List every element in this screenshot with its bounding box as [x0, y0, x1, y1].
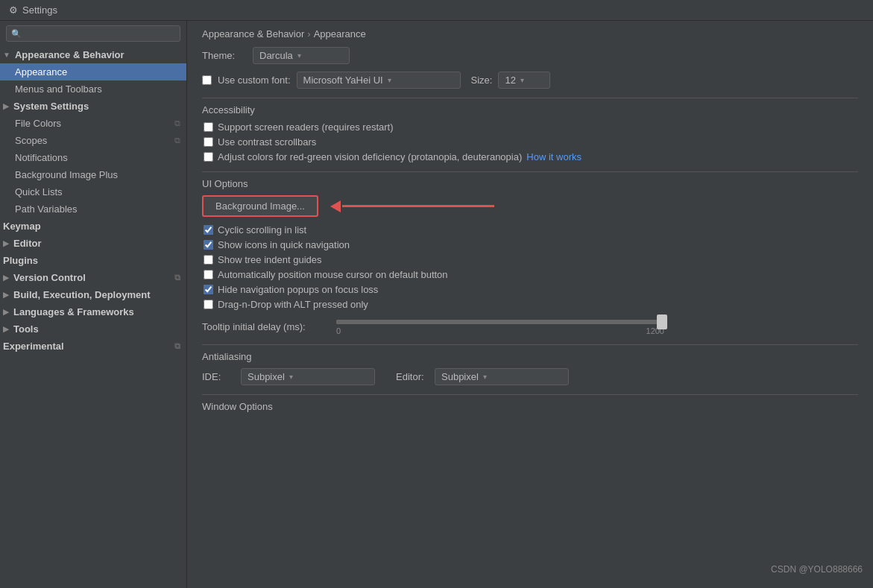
dropdown-arrow-icon: ▾: [483, 373, 487, 381]
color-deficiency-row: Adjust colors for red-green vision defic…: [202, 151, 858, 162]
sidebar-item-editor[interactable]: ▶ Editor: [0, 235, 186, 252]
sidebar-item-languages-frameworks[interactable]: ▶ Languages & Frameworks: [0, 303, 186, 320]
ide-label: IDE:: [202, 371, 232, 382]
dropdown-arrow-icon: ▾: [289, 373, 293, 381]
theme-row: Theme: Darcula ▾: [202, 47, 858, 64]
antialiasing-title: Antialiasing: [202, 351, 858, 362]
divider: [202, 98, 858, 98]
breadcrumb: Appearance & Behavior › Appearance: [187, 21, 873, 47]
breadcrumb-parent: Appearance & Behavior: [202, 28, 304, 39]
color-deficiency-checkbox[interactable]: [204, 152, 213, 162]
theme-label: Theme:: [202, 50, 247, 61]
font-select[interactable]: Microsoft YaHei UI ▾: [297, 72, 461, 89]
antialiasing-row: IDE: Subpixel ▾ Editor: Subpixel ▾: [202, 368, 858, 385]
drag-drop-alt-label: Drag-n-Drop with ALT pressed only: [218, 299, 368, 310]
sidebar-item-label: Quick Lists: [15, 186, 63, 197]
show-tree-indent-row: Show tree indent guides: [202, 254, 858, 265]
sidebar-item-plugins[interactable]: Plugins: [0, 252, 186, 269]
content-area: Appearance & Behavior › Appearance Theme…: [187, 21, 873, 588]
size-label: Size:: [471, 75, 493, 86]
sidebar-item-system-settings[interactable]: ▶ System Settings: [0, 98, 186, 115]
screen-readers-label: Support screen readers (requires restart…: [218, 121, 394, 133]
drag-drop-alt-checkbox[interactable]: [204, 300, 213, 309]
cyclic-scrolling-checkbox[interactable]: [204, 225, 213, 235]
contrast-scrollbars-row: Use contrast scrollbars: [202, 136, 858, 148]
sidebar-item-label: Notifications: [15, 152, 68, 163]
font-value: Microsoft YaHei UI: [303, 75, 383, 86]
sidebar-item-menus-toolbars[interactable]: Menus and Toolbars: [0, 80, 186, 98]
title-bar: ⚙ Settings: [0, 0, 873, 21]
background-image-btn-row: Background Image...: [202, 195, 858, 217]
arrowhead-icon: [330, 200, 341, 212]
sidebar-item-label: Plugins: [3, 255, 38, 266]
size-value: 12: [505, 75, 515, 86]
breadcrumb-current: Appearance: [314, 28, 366, 39]
screen-readers-checkbox[interactable]: [204, 122, 213, 132]
auto-mouse-cursor-label: Automatically position mouse cursor on d…: [218, 269, 448, 280]
expand-arrow-icon: ▶: [3, 274, 9, 282]
editor-label: Editor:: [396, 371, 426, 382]
screen-readers-row: Support screen readers (requires restart…: [202, 121, 858, 133]
hide-nav-popups-checkbox[interactable]: [204, 285, 213, 294]
cyclic-scrolling-label: Cyclic scrolling in list: [218, 224, 306, 235]
sidebar-item-label: Menus and Toolbars: [15, 83, 102, 95]
ide-antialiasing-select[interactable]: Subpixel ▾: [241, 368, 375, 385]
contrast-scrollbars-checkbox[interactable]: [204, 137, 213, 147]
editor-antialiasing-select[interactable]: Subpixel ▾: [435, 368, 569, 385]
tooltip-delay-label: Tooltip initial delay (ms):: [202, 321, 329, 332]
sidebar-item-appearance-behavior[interactable]: ▼ Appearance & Behavior: [0, 46, 186, 63]
sidebar-item-notifications[interactable]: Notifications: [0, 149, 186, 166]
search-input[interactable]: [25, 28, 175, 39]
expand-arrow-icon: ▶: [3, 325, 9, 333]
sidebar-item-quick-lists[interactable]: Quick Lists: [0, 183, 186, 200]
sidebar-item-build-execution-deployment[interactable]: ▶ Build, Execution, Deployment: [0, 286, 186, 303]
copy-icon: ⧉: [174, 341, 180, 351]
editor-antialiasing-value: Subpixel: [441, 371, 479, 382]
sidebar-item-label: Experimental: [3, 341, 64, 352]
hide-nav-popups-label: Hide navigation popups on focus loss: [218, 284, 378, 295]
theme-value: Darcula: [259, 50, 293, 61]
drag-drop-alt-row: Drag-n-Drop with ALT pressed only: [202, 299, 858, 310]
size-select[interactable]: 12 ▾: [498, 72, 550, 89]
dropdown-arrow-icon: ▾: [388, 76, 391, 84]
tooltip-delay-row: Tooltip initial delay (ms): |: [202, 317, 858, 335]
sidebar-item-label: Appearance: [15, 66, 67, 78]
sidebar-item-tools[interactable]: ▶ Tools: [0, 320, 186, 338]
custom-font-label: Use custom font:: [218, 75, 291, 86]
show-icons-quick-nav-checkbox[interactable]: [204, 240, 213, 250]
sidebar-item-background-image-plus[interactable]: Background Image Plus: [0, 166, 186, 183]
sidebar-item-appearance[interactable]: Appearance: [0, 63, 186, 80]
sidebar-item-file-colors[interactable]: File Colors ⧉: [0, 115, 186, 132]
auto-mouse-cursor-row: Automatically position mouse cursor on d…: [202, 269, 858, 280]
how-it-works-link[interactable]: How it works: [526, 151, 582, 162]
expand-arrow-icon: ▶: [3, 239, 9, 247]
custom-font-checkbox[interactable]: [202, 75, 212, 85]
sidebar-item-label: Build, Execution, Deployment: [13, 289, 150, 300]
theme-select[interactable]: Darcula ▾: [253, 47, 350, 64]
expand-arrow-icon: ▶: [3, 291, 9, 299]
auto-mouse-cursor-checkbox[interactable]: [204, 270, 213, 279]
title-bar-text: Settings: [22, 4, 57, 16]
ui-options-title: UI Options: [202, 178, 858, 189]
sidebar-item-scopes[interactable]: Scopes ⧉: [0, 132, 186, 149]
show-tree-indent-checkbox[interactable]: [204, 255, 213, 265]
dropdown-arrow-icon: ▾: [520, 76, 524, 84]
slider-thumb[interactable]: [657, 314, 667, 329]
red-arrow: [330, 199, 494, 214]
background-image-button[interactable]: Background Image...: [202, 195, 318, 217]
show-icons-quick-nav-row: Show icons in quick navigation: [202, 239, 858, 250]
arrow-annotation: [330, 199, 494, 214]
sidebar-item-label: Languages & Frameworks: [13, 306, 134, 317]
sidebar-item-path-variables[interactable]: Path Variables: [0, 200, 186, 218]
sidebar-item-label: Scopes: [15, 135, 47, 146]
collapse-arrow-icon: ▼: [3, 51, 10, 59]
sidebar-item-label: Appearance & Behavior: [15, 49, 125, 60]
sidebar-item-keymap[interactable]: Keymap: [0, 218, 186, 235]
tooltip-delay-slider-container: | 0 1200: [336, 317, 664, 335]
sidebar-item-version-control[interactable]: ▶ Version Control ⧉: [0, 269, 186, 286]
search-box[interactable]: 🔍: [6, 25, 180, 42]
sidebar: 🔍 ▼ Appearance & Behavior Appearance Men…: [0, 21, 187, 588]
sidebar-item-label: Version Control: [13, 272, 86, 283]
sidebar-item-experimental[interactable]: Experimental ⧉: [0, 338, 186, 355]
cyclic-scrolling-row: Cyclic scrolling in list: [202, 224, 858, 235]
